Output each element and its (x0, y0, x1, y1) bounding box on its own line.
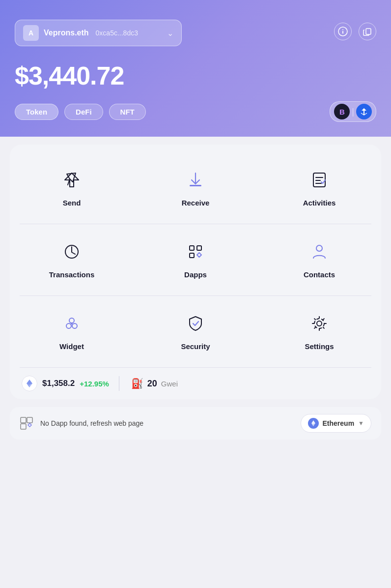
dapps-button[interactable]: Dapps (134, 229, 257, 291)
avatar: A (23, 25, 39, 41)
b-logo[interactable]: B (334, 104, 350, 119)
svg-point-19 (72, 323, 77, 328)
chevron-down-icon: ⌄ (167, 29, 173, 38)
settings-label: Settings (305, 342, 334, 351)
tab-defi[interactable]: DeFi (64, 104, 103, 120)
header: A Veprons.eth 0xca5c...8dc3 ⌄ $3,44 (0, 0, 391, 137)
security-label: Security (181, 342, 210, 351)
settings-button[interactable]: Settings (257, 301, 381, 362)
svg-rect-14 (197, 246, 201, 250)
svg-point-1 (342, 29, 343, 30)
receive-label: Receive (182, 199, 210, 207)
widget-icon (59, 311, 84, 336)
network-name: Ethereum (323, 419, 355, 427)
gas-amount: 20 (147, 379, 157, 389)
activities-icon (307, 167, 332, 193)
account-address: 0xca5c...8dc3 (96, 29, 138, 37)
transactions-button[interactable]: Transactions (10, 229, 134, 291)
svg-point-20 (71, 323, 73, 324)
eth-price: $1,358.2 (42, 379, 75, 388)
actions-grid-row2: Transactions Dapps (10, 224, 381, 295)
widget-button[interactable]: Widget (10, 301, 134, 362)
info-button[interactable] (334, 23, 352, 40)
tabs-row: Token DeFi NFT B | (15, 101, 376, 122)
svg-rect-2 (342, 31, 343, 34)
dapps-label: Dapps (184, 270, 207, 279)
chevron-down-icon: ▼ (358, 420, 364, 427)
m-logo[interactable] (356, 104, 372, 119)
svg-rect-28 (21, 424, 26, 429)
svg-rect-13 (190, 246, 194, 250)
svg-point-22 (314, 319, 324, 328)
security-icon (183, 311, 208, 336)
receive-icon (183, 167, 208, 193)
svg-rect-27 (27, 417, 32, 423)
contacts-label: Contacts (304, 270, 335, 279)
ticker-separator (119, 376, 119, 391)
activities-label: Activities (303, 199, 336, 207)
activities-button[interactable]: Activities (257, 157, 381, 219)
eth-logo (22, 376, 37, 391)
transactions-label: Transactions (49, 270, 95, 279)
eth-change: +12.95% (80, 380, 109, 388)
ticker-row: $1,358.2 +12.95% ⛽ 20 Gwei (10, 368, 381, 399)
svg-point-16 (316, 245, 322, 251)
dapp-message: No Dapp found, refresh web page (40, 419, 143, 427)
security-button[interactable]: Security (134, 301, 257, 362)
logo-separator: | (352, 107, 354, 117)
svg-rect-15 (190, 253, 194, 258)
main-card: Send Receive (10, 145, 381, 399)
svg-point-17 (69, 318, 74, 323)
copy-button[interactable] (359, 23, 376, 40)
contacts-icon (307, 239, 332, 265)
gas-section: ⛽ 20 Gwei (131, 378, 178, 389)
balance-amount: $3,440.72 (15, 61, 376, 90)
tab-token[interactable]: Token (15, 104, 58, 120)
account-name: Veprons.eth (44, 29, 89, 37)
tab-nft[interactable]: NFT (109, 104, 146, 120)
gas-icon: ⛽ (131, 378, 143, 389)
actions-grid-row3: Widget Security Settings (10, 296, 381, 367)
svg-rect-26 (21, 417, 26, 423)
header-actions (334, 23, 376, 40)
dapp-bar: No Dapp found, refresh web page Ethereum… (10, 407, 381, 440)
svg-point-21 (317, 321, 322, 326)
contacts-button[interactable]: Contacts (257, 229, 381, 291)
send-icon (59, 167, 84, 193)
settings-icon (307, 311, 332, 336)
address-bar[interactable]: A Veprons.eth 0xca5c...8dc3 ⌄ (15, 20, 182, 46)
svg-rect-3 (366, 29, 371, 34)
chain-logos: B | (330, 101, 376, 122)
dapp-icon (20, 416, 33, 430)
send-label: Send (63, 199, 81, 207)
network-pill[interactable]: Ethereum ▼ (301, 414, 371, 433)
svg-rect-7 (190, 185, 201, 186)
svg-point-18 (66, 323, 71, 328)
actions-grid: Send Receive (10, 152, 381, 224)
receive-button[interactable]: Receive (134, 157, 257, 219)
send-button[interactable]: Send (10, 157, 134, 219)
ethereum-logo (308, 418, 319, 429)
widget-label: Widget (59, 342, 84, 351)
dapps-icon (183, 239, 208, 265)
gas-unit: Gwei (161, 380, 178, 388)
transactions-icon (59, 239, 84, 265)
